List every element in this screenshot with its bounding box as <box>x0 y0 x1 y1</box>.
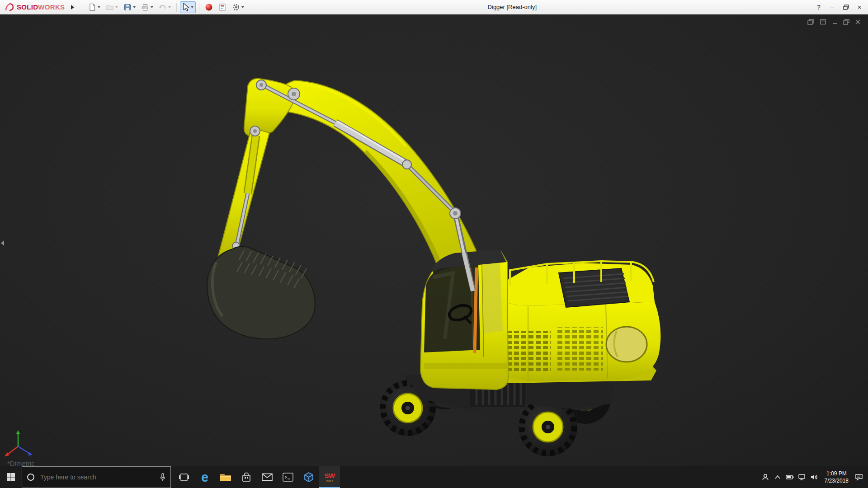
clock-date: 7/23/2018 <box>825 477 849 484</box>
people-icon <box>761 473 769 481</box>
show-desktop-button[interactable] <box>865 466 868 488</box>
properties-report-icon <box>218 3 226 11</box>
print-button[interactable] <box>139 1 156 13</box>
taskbar-clock[interactable]: 1:09 PM 7/23/2018 <box>821 470 853 484</box>
restore-button[interactable] <box>839 0 853 14</box>
3d-cube-icon <box>303 472 314 483</box>
task-view-button[interactable] <box>174 466 194 488</box>
help-button[interactable]: ? <box>812 0 826 14</box>
orientation-triad <box>5 430 32 456</box>
minimize-button[interactable]: – <box>826 0 839 14</box>
open-folder-icon <box>106 3 114 11</box>
microphone-icon[interactable] <box>160 473 166 481</box>
minimize-child-icon[interactable] <box>832 19 838 25</box>
dropdown-caret <box>133 6 136 8</box>
panel-collapse-tab[interactable] <box>1 240 4 246</box>
chevron-up-icon <box>774 475 781 479</box>
quick-toolbar <box>86 1 246 13</box>
menu-flyout-arrow[interactable] <box>71 5 74 9</box>
hidden-icons-button[interactable] <box>772 466 784 488</box>
save-button[interactable] <box>121 1 138 13</box>
taskbar-search-box[interactable] <box>22 466 171 488</box>
solidworks-2017-icon: SW 2017 <box>324 472 335 483</box>
sw-logo-text: SW <box>324 472 335 479</box>
clock-time: 1:09 PM <box>825 470 849 477</box>
solidworks-taskbar-button[interactable]: SW 2017 <box>319 466 340 488</box>
side-grille-left <box>503 331 551 371</box>
cab-control-lever <box>475 267 476 353</box>
network-icon <box>798 474 806 480</box>
appearance-sphere-icon <box>205 3 213 11</box>
brand-solid: SOLID <box>17 3 38 11</box>
battery-icon <box>786 474 794 480</box>
search-input[interactable] <box>39 473 155 481</box>
document-title: Digger [Read-only] <box>488 4 537 10</box>
people-button[interactable] <box>760 466 772 488</box>
restore-icon <box>843 5 849 10</box>
close-button[interactable]: × <box>853 0 866 14</box>
mail-icon <box>262 473 273 481</box>
dropdown-caret <box>151 6 153 8</box>
undo-button[interactable] <box>156 1 173 13</box>
cortana-search-icon <box>27 473 35 481</box>
file-explorer-icon <box>220 472 231 482</box>
volume-button[interactable] <box>808 466 821 488</box>
side-grille-right <box>555 327 603 371</box>
windows-logo-icon <box>6 473 15 482</box>
dropdown-caret <box>241 6 244 8</box>
dassault-swoosh-icon <box>5 3 14 12</box>
window-controls: ? – × <box>812 0 866 14</box>
dropdown-caret <box>191 6 193 8</box>
battery-button[interactable] <box>784 466 796 488</box>
system-tray: 1:09 PM 7/23/2018 <box>760 466 868 488</box>
cascade-windows-icon[interactable] <box>807 19 814 25</box>
graphics-viewport[interactable]: *Dimetric <box>0 14 868 466</box>
mail-button[interactable] <box>257 466 278 488</box>
print-icon <box>141 3 149 11</box>
mouse-cursor <box>183 3 190 12</box>
dropdown-caret <box>98 6 100 8</box>
file-explorer-button[interactable] <box>215 466 236 488</box>
options-gear-icon <box>232 3 240 11</box>
start-button[interactable] <box>0 466 22 488</box>
excavator-dipper <box>218 127 269 264</box>
model-canvas[interactable] <box>0 14 868 466</box>
brand-works: WORKS <box>38 3 65 11</box>
undo-icon <box>159 3 167 11</box>
new-document-button[interactable] <box>86 1 103 13</box>
edge-icon: e <box>201 471 208 484</box>
properties-report-button[interactable] <box>216 1 229 13</box>
rear-window <box>606 327 647 362</box>
solidworks-logo: SOLIDWORKS <box>0 3 65 12</box>
command-window-icon <box>283 473 293 482</box>
action-center-icon <box>855 474 863 481</box>
action-center-button[interactable] <box>853 466 865 488</box>
speaker-icon <box>811 474 818 480</box>
dropdown-caret <box>168 6 171 8</box>
edge-button[interactable]: e <box>194 466 215 488</box>
restore-child-icon[interactable] <box>843 19 849 25</box>
close-child-icon[interactable] <box>855 19 861 25</box>
new-document-icon <box>88 3 96 11</box>
windows-taskbar: e <box>0 466 868 488</box>
brand-text: SOLIDWORKS <box>17 3 65 11</box>
store-icon <box>241 472 251 482</box>
3d-app-button[interactable] <box>298 466 319 488</box>
toolbar-separator <box>176 3 177 12</box>
network-button[interactable] <box>796 466 808 488</box>
appearance-button[interactable] <box>203 1 215 13</box>
open-button[interactable] <box>104 1 120 13</box>
excavator-bucket <box>207 246 315 339</box>
excavator-cab <box>420 249 508 389</box>
dropdown-caret <box>115 6 118 8</box>
child-window-controls <box>807 19 861 25</box>
task-view-icon <box>179 473 189 482</box>
options-button[interactable] <box>230 1 246 13</box>
store-button[interactable] <box>236 466 257 488</box>
solidworks-app-window: { "colors": { "titlebar_bg": "#f2f2f2", … <box>0 0 868 488</box>
cab-side-window <box>483 263 503 333</box>
save-icon <box>123 3 132 11</box>
titlebar: SOLIDWORKS <box>0 0 868 14</box>
command-window-button[interactable] <box>278 466 298 488</box>
new-window-icon[interactable] <box>820 19 826 25</box>
